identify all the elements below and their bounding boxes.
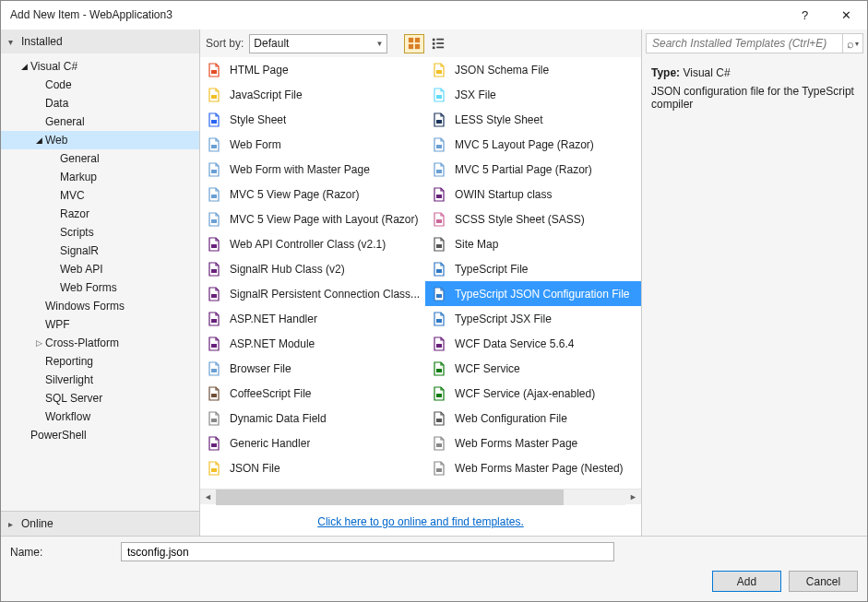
file-icon [431,186,447,203]
template-item[interactable]: SignalR Hub Class (v2) [200,256,425,281]
tree-item-signalr[interactable]: SignalR [1,242,199,260]
chevron-right-icon: ▸ [8,519,16,529]
svg-rect-36 [436,294,442,298]
tree-item-workflow[interactable]: Workflow [1,407,199,426]
template-details: Type: Visual C# JSON configuration file … [642,57,867,120]
template-item[interactable]: JSX File [425,82,641,107]
template-item[interactable]: Site Map [425,231,641,256]
template-item[interactable]: JSON File [200,455,425,480]
tree-item-mvc[interactable]: MVC [1,186,199,205]
close-button[interactable]: ✕ [826,1,867,29]
tree-item-label: Markup [60,171,97,183]
template-label: Site Map [455,238,498,251]
online-label: Online [21,517,54,530]
tree-item-silverlight[interactable]: Silverlight [1,371,199,389]
template-item[interactable]: WCF Data Service 5.6.4 [425,331,641,356]
tree-item-data[interactable]: Data [1,94,199,112]
svg-rect-39 [436,369,442,372]
template-item[interactable]: MVC 5 Layout Page (Razor) [425,132,641,157]
tree-item-sql-server[interactable]: SQL Server [1,389,199,407]
template-item[interactable]: WCF Service [425,356,641,381]
tree-item-general[interactable]: General [1,112,199,131]
scroll-thumb[interactable] [216,490,564,505]
tree-item-razor[interactable]: Razor [1,205,199,223]
template-item[interactable]: OWIN Startup class [425,182,641,207]
file-icon [431,261,447,277]
search-button[interactable]: ⌕ ▾ [843,33,863,53]
tree-item-label: General [45,115,85,128]
scroll-left-arrow[interactable]: ◄ [200,490,216,505]
tree-item-web-forms[interactable]: Web Forms [1,278,199,297]
medium-icons-view-button[interactable] [404,34,424,53]
svg-rect-19 [211,294,217,298]
template-label: JSON Schema File [455,64,549,77]
sortby-dropdown[interactable]: Default ▼ [249,34,387,53]
tree-item-reporting[interactable]: Reporting [1,352,199,371]
tree-item-label: Silverlight [45,373,93,386]
template-item[interactable]: Web Forms Master Page [425,431,641,455]
template-item[interactable]: CoffeeScript File [200,381,425,406]
template-item[interactable]: HTML Page [200,57,425,82]
cancel-button[interactable]: Cancel [789,571,858,592]
template-item[interactable]: TypeScript JSON Configuration File [425,281,641,306]
name-label: Name: [10,546,112,559]
template-item[interactable]: ASP.NET Module [200,331,425,356]
online-templates-link[interactable]: Click here to go online and find templat… [317,515,523,528]
tree-item-windows-forms[interactable]: Windows Forms [1,297,199,315]
chevron-down-icon: ◢ [34,136,43,145]
template-item[interactable]: LESS Style Sheet [425,107,641,132]
template-item[interactable]: MVC 5 View Page (Razor) [200,182,425,207]
tree-item-scripts[interactable]: Scripts [1,223,199,242]
tree-item-label: WPF [45,318,70,331]
template-item[interactable]: Style Sheet [200,107,425,132]
svg-rect-26 [211,468,217,472]
template-item[interactable]: Web API Controller Class (v2.1) [200,231,425,256]
tree-item-web[interactable]: ◢Web [1,131,199,149]
help-button[interactable]: ? [784,1,826,29]
template-item[interactable]: ASP.NET Handler [200,306,425,331]
tree-item-cross-platform[interactable]: ▷Cross-Platform [1,334,199,352]
tree-item-visual-c-[interactable]: ◢Visual C# [1,57,199,76]
template-item[interactable]: JavaScript File [200,82,425,107]
file-icon [431,360,447,377]
template-item[interactable]: SignalR Persistent Connection Class... [200,281,425,306]
template-label: Style Sheet [230,113,286,126]
template-item[interactable]: WCF Service (Ajax-enabled) [425,381,641,406]
name-input[interactable] [121,542,614,561]
template-item[interactable]: JSON Schema File [425,57,641,82]
tree-item-label: PowerShell [30,429,87,442]
search-input[interactable] [646,33,843,53]
file-icon [206,410,222,427]
template-item[interactable]: Web Form [200,132,425,157]
tree-item-general[interactable]: General [1,149,199,168]
scroll-right-arrow[interactable]: ► [625,490,641,505]
tree-item-markup[interactable]: Markup [1,168,199,186]
template-item[interactable]: Generic Handler [200,431,425,455]
template-label: TypeScript JSX File [455,313,552,325]
template-item[interactable]: Browser File [200,356,425,381]
file-icon [431,87,447,103]
tree-item-powershell[interactable]: PowerShell [1,426,199,444]
template-item[interactable]: SCSS Style Sheet (SASS) [425,207,641,231]
add-button[interactable]: Add [712,571,781,592]
horizontal-scrollbar[interactable]: ◄ ► [200,489,641,504]
small-icons-view-button[interactable] [428,34,448,53]
file-icon [206,211,222,228]
template-item[interactable]: Web Configuration File [425,406,641,431]
template-item[interactable]: MVC 5 Partial Page (Razor) [425,157,641,182]
svg-rect-7 [437,42,445,44]
template-item[interactable]: Dynamic Data Field [200,406,425,431]
tree-item-code[interactable]: Code [1,76,199,94]
template-label: MVC 5 View Page with Layout (Razor) [230,213,419,226]
template-item[interactable]: TypeScript File [425,256,641,281]
template-item[interactable]: Web Form with Master Page [200,157,425,182]
tree-item-web-api[interactable]: Web API [1,260,199,278]
svg-rect-24 [211,419,217,422]
tree-item-wpf[interactable]: WPF [1,315,199,334]
template-item[interactable]: MVC 5 View Page with Layout (Razor) [200,207,425,231]
template-item[interactable]: Web Forms Master Page (Nested) [425,455,641,480]
online-header[interactable]: ▸ Online [1,512,199,536]
installed-header[interactable]: ▾ Installed [1,30,199,53]
template-item[interactable]: TypeScript JSX File [425,306,641,331]
file-icon [431,336,447,352]
